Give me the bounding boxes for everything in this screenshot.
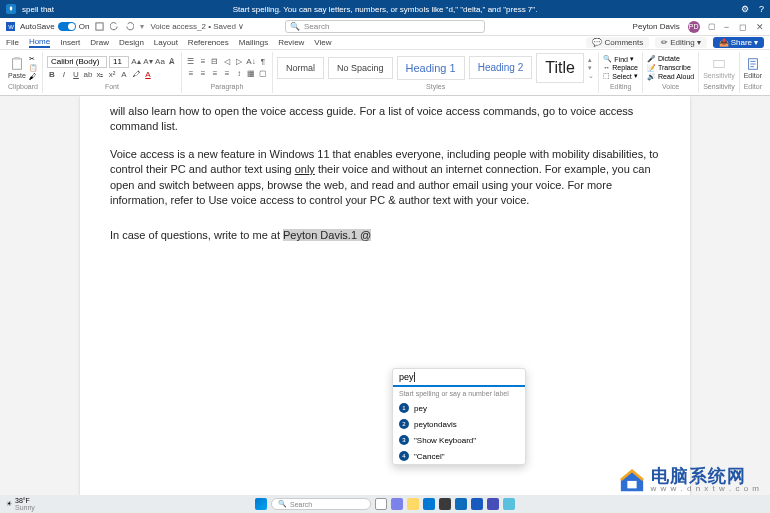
tab-layout[interactable]: Layout	[154, 38, 178, 47]
increase-indent-icon[interactable]: ▷	[234, 57, 244, 67]
justify-icon[interactable]: ≡	[222, 69, 232, 79]
taskbar-app-word[interactable]	[471, 498, 483, 510]
paste-button[interactable]: Paste	[8, 57, 26, 79]
taskbar-app-store[interactable]	[439, 498, 451, 510]
copy-icon[interactable]: 📋	[29, 64, 38, 72]
svg-rect-6	[14, 57, 19, 60]
shading-icon[interactable]: ▦	[246, 69, 256, 79]
subscript-icon[interactable]: x₂	[95, 70, 105, 80]
window-maximize-button[interactable]: ◻	[739, 22, 746, 32]
taskbar-app-teams[interactable]	[487, 498, 499, 510]
save-icon[interactable]	[95, 22, 104, 31]
font-color-icon[interactable]: A	[143, 70, 153, 80]
text-effects-icon[interactable]: A	[119, 70, 129, 80]
voice-settings-icon[interactable]: ⚙	[741, 4, 749, 14]
voice-popup-item-1[interactable]: 1pey	[393, 400, 525, 416]
tab-design[interactable]: Design	[119, 38, 144, 47]
document-page[interactable]: will also learn how to open the voice ac…	[80, 96, 690, 499]
autosave-toggle[interactable]	[58, 22, 76, 31]
taskbar-app-chat[interactable]	[391, 498, 403, 510]
style-normal[interactable]: Normal	[277, 57, 324, 79]
voice-help-icon[interactable]: ?	[759, 4, 764, 14]
strikethrough-icon[interactable]: ab	[83, 70, 93, 80]
format-painter-icon[interactable]: 🖌	[29, 73, 38, 80]
task-view-icon[interactable]	[375, 498, 387, 510]
user-avatar[interactable]: PD	[688, 21, 700, 33]
multilevel-icon[interactable]: ⊟	[210, 57, 220, 67]
editing-group-label: Editing	[603, 83, 638, 93]
decrease-font-icon[interactable]: A▾	[143, 57, 153, 67]
share-button[interactable]: 📤 Share ▾	[713, 37, 764, 48]
sensitivity-button[interactable]: Sensitivity	[703, 57, 735, 79]
superscript-icon[interactable]: x²	[107, 70, 117, 80]
italic-icon[interactable]: I	[59, 70, 69, 80]
taskbar-app-mail[interactable]	[455, 498, 467, 510]
editing-mode-button[interactable]: ✏ Editing ▾	[655, 37, 706, 48]
style-title[interactable]: Title	[536, 53, 584, 83]
microphone-icon[interactable]	[6, 4, 16, 14]
borders-icon[interactable]: ▢	[258, 69, 268, 79]
font-name-select[interactable]: Calibri (Body)	[47, 56, 107, 68]
bold-icon[interactable]: B	[47, 70, 57, 80]
font-size-select[interactable]: 11	[109, 56, 129, 68]
style-heading-1[interactable]: Heading 1	[397, 56, 465, 80]
sort-icon[interactable]: A↓	[246, 57, 256, 67]
tab-file[interactable]: File	[6, 38, 19, 47]
highlight-icon[interactable]: 🖍	[131, 70, 141, 80]
tab-home[interactable]: Home	[29, 37, 50, 48]
styles-scroll-down-icon[interactable]: ▾	[588, 64, 594, 72]
tab-view[interactable]: View	[314, 38, 331, 47]
transcribe-button[interactable]: 📝 Transcribe	[647, 64, 694, 72]
redo-icon[interactable]	[125, 22, 134, 31]
comments-button[interactable]: 💬 Comments	[586, 37, 649, 48]
change-case-icon[interactable]: Aa	[155, 57, 165, 67]
voice-popup-item-2[interactable]: 2peytondavis	[393, 416, 525, 432]
undo-icon[interactable]	[110, 22, 119, 31]
taskbar-app-notepad[interactable]	[503, 498, 515, 510]
style-no-spacing[interactable]: No Spacing	[328, 57, 393, 79]
search-box[interactable]: 🔍 Search	[285, 20, 485, 33]
select-button[interactable]: ⬚ Select ▾	[603, 72, 638, 80]
tab-insert[interactable]: Insert	[60, 38, 80, 47]
window-minimize-button[interactable]: −	[724, 22, 729, 32]
align-right-icon[interactable]: ≡	[210, 69, 220, 79]
decrease-indent-icon[interactable]: ◁	[222, 57, 232, 67]
find-button[interactable]: 🔍 Find ▾	[603, 55, 638, 63]
document-name[interactable]: Voice access_2 • Saved ∨	[150, 22, 244, 31]
align-center-icon[interactable]: ≡	[198, 69, 208, 79]
editor-button[interactable]: Editor	[744, 57, 762, 79]
taskbar-app-explorer[interactable]	[407, 498, 419, 510]
read-aloud-button[interactable]: 🔊 Read Aloud	[647, 73, 694, 81]
start-button[interactable]	[255, 498, 267, 510]
paragraph-1: will also learn how to open the voice ac…	[110, 104, 660, 135]
underline-icon[interactable]: U	[71, 70, 81, 80]
tab-mailings[interactable]: Mailings	[239, 38, 268, 47]
paragraph-3: In case of questions, write to me at Pey…	[110, 228, 660, 243]
voice-popup-item-4[interactable]: 4"Cancel"	[393, 448, 525, 464]
taskbar-app-edge[interactable]	[423, 498, 435, 510]
styles-scroll-up-icon[interactable]: ▴	[588, 56, 594, 64]
cut-icon[interactable]: ✂	[29, 55, 38, 63]
line-spacing-icon[interactable]: ↕	[234, 69, 244, 79]
align-left-icon[interactable]: ≡	[186, 69, 196, 79]
window-close-button[interactable]: ✕	[756, 22, 764, 32]
dictate-button[interactable]: 🎤 Dictate	[647, 55, 694, 63]
voice-popup-input[interactable]: pey	[393, 369, 525, 387]
taskbar-weather[interactable]: ☀ 38°F Sunny	[6, 497, 35, 511]
tab-draw[interactable]: Draw	[90, 38, 109, 47]
increase-font-icon[interactable]: A▴	[131, 57, 141, 67]
numbering-icon[interactable]: ≡	[198, 57, 208, 67]
ribbon-options-icon[interactable]: ▢	[708, 22, 716, 31]
tab-references[interactable]: References	[188, 38, 229, 47]
voice-popup-item-3[interactable]: 3"Show Keyboard"	[393, 432, 525, 448]
show-marks-icon[interactable]: ¶	[258, 57, 268, 67]
styles-more-icon[interactable]: ⌄	[588, 72, 594, 80]
weather-icon: ☀	[6, 500, 12, 508]
clear-formatting-icon[interactable]: A̷	[167, 57, 177, 67]
replace-button[interactable]: ↔ Replace	[603, 64, 638, 71]
tab-review[interactable]: Review	[278, 38, 304, 47]
user-name[interactable]: Peyton Davis	[633, 22, 680, 31]
style-heading-2[interactable]: Heading 2	[469, 56, 533, 79]
bullets-icon[interactable]: ☰	[186, 57, 196, 67]
taskbar-search[interactable]: 🔍Search	[271, 498, 371, 510]
